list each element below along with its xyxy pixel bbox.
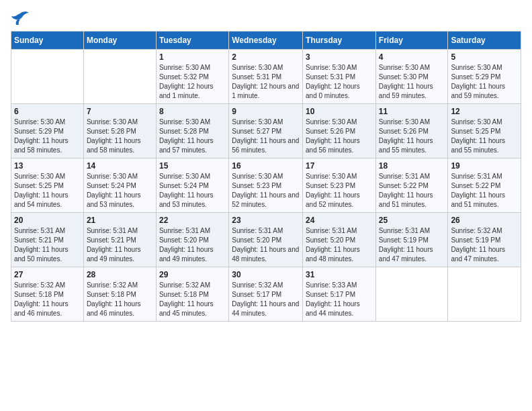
day-number: 23	[232, 216, 300, 225]
calendar-cell: 6Sunrise: 5:30 AM Sunset: 5:29 PM Daylig…	[11, 104, 84, 158]
day-info: Sunrise: 5:32 AM Sunset: 5:19 PM Dayligh…	[451, 226, 518, 264]
calendar-cell: 20Sunrise: 5:31 AM Sunset: 5:21 PM Dayli…	[11, 213, 84, 267]
day-info: Sunrise: 5:32 AM Sunset: 5:18 PM Dayligh…	[87, 281, 153, 318]
day-number: 29	[159, 270, 226, 279]
calendar-cell: 30Sunrise: 5:32 AM Sunset: 5:17 PM Dayli…	[229, 267, 303, 322]
day-info: Sunrise: 5:31 AM Sunset: 5:20 PM Dayligh…	[306, 226, 373, 264]
day-info: Sunrise: 5:30 AM Sunset: 5:28 PM Dayligh…	[87, 118, 153, 155]
calendar-cell: 14Sunrise: 5:30 AM Sunset: 5:24 PM Dayli…	[83, 158, 156, 213]
day-number: 4	[379, 52, 445, 62]
day-number: 31	[306, 270, 373, 279]
calendar-cell: 23Sunrise: 5:31 AM Sunset: 5:20 PM Dayli…	[229, 213, 303, 267]
day-info: Sunrise: 5:30 AM Sunset: 5:23 PM Dayligh…	[306, 172, 373, 210]
calendar-cell: 2Sunrise: 5:30 AM Sunset: 5:31 PM Daylig…	[229, 50, 303, 104]
day-info: Sunrise: 5:32 AM Sunset: 5:17 PM Dayligh…	[232, 281, 300, 318]
calendar-cell: 18Sunrise: 5:31 AM Sunset: 5:22 PM Dayli…	[375, 158, 448, 213]
day-number: 1	[159, 52, 226, 62]
day-number: 9	[232, 107, 300, 116]
header-saturday: Saturday	[448, 32, 521, 50]
day-number: 27	[14, 270, 81, 279]
day-info: Sunrise: 5:30 AM Sunset: 5:29 PM Dayligh…	[451, 63, 518, 101]
calendar-cell	[83, 50, 156, 104]
calendar-cell: 26Sunrise: 5:32 AM Sunset: 5:19 PM Dayli…	[448, 213, 521, 267]
day-number: 2	[232, 52, 300, 62]
day-info: Sunrise: 5:30 AM Sunset: 5:27 PM Dayligh…	[232, 118, 300, 155]
calendar-table: SundayMondayTuesdayWednesdayThursdayFrid…	[11, 31, 521, 322]
day-number: 20	[14, 216, 81, 225]
day-info: Sunrise: 5:30 AM Sunset: 5:24 PM Dayligh…	[87, 172, 153, 210]
calendar-cell: 9Sunrise: 5:30 AM Sunset: 5:27 PM Daylig…	[229, 104, 303, 158]
calendar-cell	[448, 267, 521, 322]
day-info: Sunrise: 5:30 AM Sunset: 5:30 PM Dayligh…	[379, 63, 445, 101]
day-number: 10	[306, 107, 373, 116]
calendar-cell: 16Sunrise: 5:30 AM Sunset: 5:23 PM Dayli…	[229, 158, 303, 213]
day-number: 5	[451, 52, 518, 62]
day-number: 24	[306, 216, 373, 225]
calendar-cell: 15Sunrise: 5:30 AM Sunset: 5:24 PM Dayli…	[156, 158, 228, 213]
day-info: Sunrise: 5:32 AM Sunset: 5:18 PM Dayligh…	[14, 281, 81, 318]
day-info: Sunrise: 5:30 AM Sunset: 5:28 PM Dayligh…	[159, 118, 226, 155]
day-number: 7	[87, 107, 153, 116]
day-number: 26	[451, 216, 518, 225]
header-monday: Monday	[83, 32, 156, 50]
calendar-cell: 8Sunrise: 5:30 AM Sunset: 5:28 PM Daylig…	[156, 104, 228, 158]
day-number: 25	[379, 216, 445, 225]
day-number: 13	[14, 161, 81, 171]
week-row-5: 27Sunrise: 5:32 AM Sunset: 5:18 PM Dayli…	[11, 267, 521, 322]
header-tuesday: Tuesday	[156, 32, 228, 50]
day-info: Sunrise: 5:30 AM Sunset: 5:26 PM Dayligh…	[379, 118, 445, 155]
week-row-3: 13Sunrise: 5:30 AM Sunset: 5:25 PM Dayli…	[11, 158, 521, 213]
calendar-cell: 21Sunrise: 5:31 AM Sunset: 5:21 PM Dayli…	[83, 213, 156, 267]
day-info: Sunrise: 5:30 AM Sunset: 5:23 PM Dayligh…	[232, 172, 300, 210]
day-info: Sunrise: 5:31 AM Sunset: 5:22 PM Dayligh…	[379, 172, 445, 210]
calendar-cell: 4Sunrise: 5:30 AM Sunset: 5:30 PM Daylig…	[375, 50, 448, 104]
calendar-cell: 28Sunrise: 5:32 AM Sunset: 5:18 PM Dayli…	[83, 267, 156, 322]
calendar-cell: 31Sunrise: 5:33 AM Sunset: 5:17 PM Dayli…	[303, 267, 376, 322]
day-info: Sunrise: 5:31 AM Sunset: 5:20 PM Dayligh…	[159, 226, 226, 264]
day-number: 8	[159, 107, 226, 116]
day-info: Sunrise: 5:30 AM Sunset: 5:26 PM Dayligh…	[306, 118, 373, 155]
logo	[11, 11, 32, 26]
calendar-cell: 24Sunrise: 5:31 AM Sunset: 5:20 PM Dayli…	[303, 213, 376, 267]
day-number: 18	[379, 161, 445, 171]
header-sunday: Sunday	[11, 32, 84, 50]
day-number: 17	[306, 161, 373, 171]
day-number: 14	[87, 161, 153, 171]
header-thursday: Thursday	[303, 32, 376, 50]
calendar-cell: 10Sunrise: 5:30 AM Sunset: 5:26 PM Dayli…	[303, 104, 376, 158]
day-number: 16	[232, 161, 300, 171]
day-info: Sunrise: 5:31 AM Sunset: 5:22 PM Dayligh…	[451, 172, 518, 210]
day-number: 12	[451, 107, 518, 116]
calendar-cell: 25Sunrise: 5:31 AM Sunset: 5:19 PM Dayli…	[375, 213, 448, 267]
logo-icon	[11, 11, 30, 26]
calendar-cell: 7Sunrise: 5:30 AM Sunset: 5:28 PM Daylig…	[83, 104, 156, 158]
calendar-cell: 1Sunrise: 5:30 AM Sunset: 5:32 PM Daylig…	[156, 50, 228, 104]
day-info: Sunrise: 5:30 AM Sunset: 5:29 PM Dayligh…	[14, 118, 81, 155]
day-number: 22	[159, 216, 226, 225]
calendar-cell: 11Sunrise: 5:30 AM Sunset: 5:26 PM Dayli…	[375, 104, 448, 158]
calendar-cell: 17Sunrise: 5:30 AM Sunset: 5:23 PM Dayli…	[303, 158, 376, 213]
day-info: Sunrise: 5:30 AM Sunset: 5:31 PM Dayligh…	[232, 63, 300, 101]
day-info: Sunrise: 5:30 AM Sunset: 5:32 PM Dayligh…	[159, 63, 226, 101]
day-number: 28	[87, 270, 153, 279]
day-number: 21	[87, 216, 153, 225]
header-wednesday: Wednesday	[229, 32, 303, 50]
page-header	[11, 11, 521, 26]
calendar-header-row: SundayMondayTuesdayWednesdayThursdayFrid…	[11, 32, 521, 50]
day-info: Sunrise: 5:33 AM Sunset: 5:17 PM Dayligh…	[306, 281, 373, 318]
calendar-cell: 3Sunrise: 5:30 AM Sunset: 5:31 PM Daylig…	[303, 50, 376, 104]
calendar-cell	[375, 267, 448, 322]
day-info: Sunrise: 5:30 AM Sunset: 5:25 PM Dayligh…	[14, 172, 81, 210]
day-info: Sunrise: 5:31 AM Sunset: 5:20 PM Dayligh…	[232, 226, 300, 264]
day-number: 6	[14, 107, 81, 116]
calendar-cell	[11, 50, 84, 104]
day-info: Sunrise: 5:30 AM Sunset: 5:25 PM Dayligh…	[451, 118, 518, 155]
calendar-cell: 29Sunrise: 5:32 AM Sunset: 5:18 PM Dayli…	[156, 267, 228, 322]
day-number: 11	[379, 107, 445, 116]
calendar-cell: 5Sunrise: 5:30 AM Sunset: 5:29 PM Daylig…	[448, 50, 521, 104]
week-row-1: 1Sunrise: 5:30 AM Sunset: 5:32 PM Daylig…	[11, 50, 521, 104]
calendar-cell: 12Sunrise: 5:30 AM Sunset: 5:25 PM Dayli…	[448, 104, 521, 158]
week-row-4: 20Sunrise: 5:31 AM Sunset: 5:21 PM Dayli…	[11, 213, 521, 267]
day-info: Sunrise: 5:31 AM Sunset: 5:21 PM Dayligh…	[14, 226, 81, 264]
day-number: 19	[451, 161, 518, 171]
